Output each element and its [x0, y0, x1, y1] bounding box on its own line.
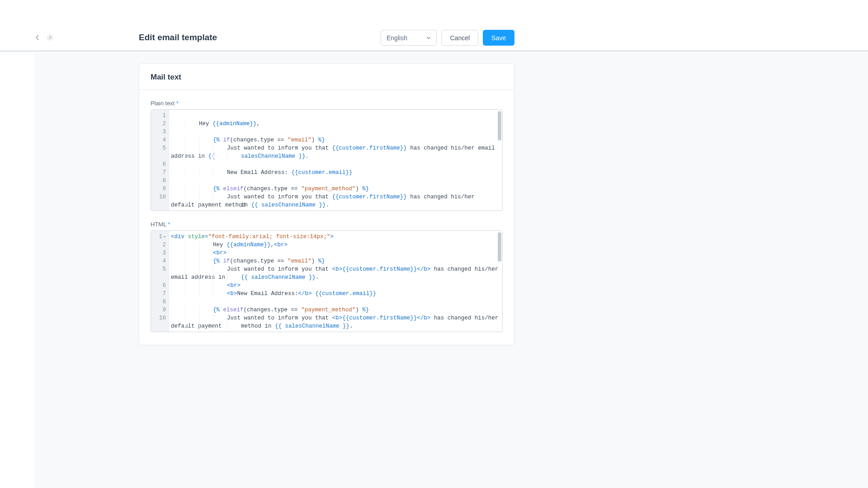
page-title: Edit email template [139, 33, 217, 42]
card-title: Mail text [139, 64, 514, 90]
svg-point-0 [49, 37, 51, 38]
topbar-left-icons [33, 33, 54, 42]
plain-text-label-text: Plain text [151, 100, 175, 107]
scrollbar-thumb[interactable] [498, 232, 501, 262]
topbar: Edit email template English Cancel Save [0, 0, 868, 52]
save-button[interactable]: Save [483, 30, 514, 46]
mail-text-card: Mail text Plain text * 12345 678910 1112… [139, 63, 514, 345]
plain-text-editor[interactable]: 12345 678910 11121314 Hey {{adminName}},… [151, 109, 503, 211]
html-editor-gutter: 1 ▾2345 678910 11121314 [151, 231, 169, 332]
chevron-down-icon [426, 34, 431, 42]
plain-editor-scrollbar[interactable] [498, 111, 501, 209]
html-editor-scrollbar[interactable] [498, 232, 501, 330]
required-marker: * [176, 100, 179, 107]
html-editor[interactable]: 1 ▾2345 678910 11121314 <div style="font… [151, 230, 503, 332]
cancel-button[interactable]: Cancel [441, 30, 478, 46]
back-icon[interactable] [33, 33, 42, 42]
language-select-value: English [387, 34, 407, 42]
required-marker: * [168, 221, 170, 228]
topbar-actions: English Cancel Save [381, 30, 514, 46]
html-editor-code[interactable]: <div style="font-family:arial; font-size… [169, 231, 502, 332]
plain-editor-code[interactable]: Hey {{adminName}}, {% if(changes.type ==… [169, 110, 502, 211]
plain-text-label: Plain text * [151, 100, 503, 107]
plain-editor-gutter: 12345 678910 11121314 [151, 110, 169, 211]
gear-icon[interactable] [46, 33, 54, 42]
card-body: Plain text * 12345 678910 11121314 Hey {… [139, 90, 514, 345]
html-label-text: HTML [151, 221, 166, 228]
language-select[interactable]: English [381, 30, 437, 46]
html-label: HTML * [151, 221, 503, 228]
scrollbar-thumb[interactable] [498, 111, 501, 141]
